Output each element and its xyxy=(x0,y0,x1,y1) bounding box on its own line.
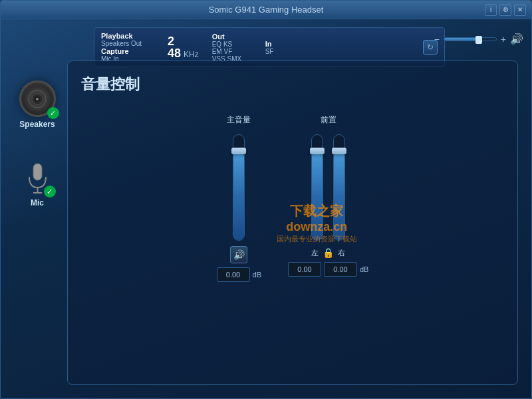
sidebar: Speakers ✓ Mic ✓ xyxy=(7,61,67,207)
volume-slider-fill xyxy=(444,38,478,41)
title-bar-buttons: i ⚙ ✕ xyxy=(485,4,526,16)
main-slider-inner xyxy=(233,134,245,241)
left-volume-slider[interactable] xyxy=(311,134,323,241)
out-items-row1: EQ KS xyxy=(212,41,252,48)
main-slider-bottom: 🔊 0.00 dB xyxy=(217,246,261,282)
volume-slider-thumb[interactable] xyxy=(475,36,482,44)
front-db-unit: dB xyxy=(360,265,368,273)
main-window: Somic G941 Gaming Headset i ⚙ ✕ Playback… xyxy=(0,0,532,399)
close-button[interactable]: ✕ xyxy=(514,4,526,16)
info-labels: Playback Speakers Out Capture Mic In xyxy=(101,32,154,63)
left-db-value[interactable]: 0.00 xyxy=(288,262,321,277)
info-out: Out EQ KS EM VF VSS SMX xyxy=(212,33,252,63)
mic-label: Mic xyxy=(31,198,44,207)
svg-rect-4 xyxy=(33,164,42,180)
volume-increase-button[interactable]: + xyxy=(501,34,506,45)
front-slider-bottom: 左 🔒 右 0.00 0.00 dB xyxy=(288,246,368,277)
right-volume-slider[interactable] xyxy=(333,134,345,241)
volume-slider-track[interactable] xyxy=(444,37,497,41)
main-db-unit: dB xyxy=(253,271,261,279)
main-volume-thumb[interactable] xyxy=(231,148,246,154)
front-volume-group: 前置 xyxy=(288,114,368,277)
title-bar: Somic G941 Gaming Headset i ⚙ ✕ xyxy=(1,1,531,19)
right-db-value[interactable]: 0.00 xyxy=(324,262,357,277)
front-slider-inner xyxy=(311,134,345,241)
left-volume-fill xyxy=(312,151,323,240)
sidebar-item-speakers[interactable]: Speakers ✓ xyxy=(19,80,56,129)
right-label: 右 xyxy=(338,248,345,258)
info-button[interactable]: i xyxy=(485,4,497,16)
capture-label: Capture xyxy=(101,47,154,55)
out-label: Out xyxy=(212,33,252,41)
lr-values-row: 0.00 0.00 dB xyxy=(288,262,368,277)
left-slider-wrapper xyxy=(311,134,323,241)
settings-button[interactable]: ⚙ xyxy=(499,4,511,16)
volume-icon: 🔊 xyxy=(510,33,523,45)
playback-label: Playback xyxy=(101,32,154,40)
frequency-unit: KHz xyxy=(184,50,199,59)
right-volume-thumb[interactable] xyxy=(332,148,346,154)
main-content: 音量控制 下载之家 downza.cn 国内最专业的资源下载站 主音量 xyxy=(67,61,518,385)
info-in: In SF xyxy=(265,40,292,55)
main-volume-fill xyxy=(233,151,244,240)
front-volume-label: 前置 xyxy=(321,114,336,126)
speakers-out-label: Speakers Out xyxy=(101,40,154,47)
out-items-row2: EM VF xyxy=(212,48,252,55)
info-frequency: 2 48 KHz xyxy=(168,35,199,59)
volume-decrease-button[interactable]: − xyxy=(434,34,440,45)
mic-check-badge: ✓ xyxy=(44,186,56,198)
left-label: 左 xyxy=(311,248,319,258)
in-label: In xyxy=(265,40,292,48)
in-items: SF xyxy=(265,48,292,55)
lr-labels-row: 左 🔒 右 xyxy=(311,247,345,258)
right-volume-fill xyxy=(334,151,344,240)
lock-icon[interactable]: 🔒 xyxy=(323,247,334,258)
sliders-area: 主音量 🔊 0.00 dB xyxy=(81,114,504,282)
main-slider-wrapper xyxy=(233,134,245,241)
frequency-value: 48 xyxy=(168,47,181,59)
speakers-label: Speakers xyxy=(19,120,55,129)
main-volume-icon: 🔊 xyxy=(230,246,247,263)
main-volume-slider[interactable] xyxy=(233,134,245,241)
speakers-check-badge: ✓ xyxy=(47,107,59,119)
left-volume-thumb[interactable] xyxy=(310,148,325,154)
svg-point-3 xyxy=(36,98,39,100)
main-db-value[interactable]: 0.00 xyxy=(217,267,250,282)
channel-count: 2 xyxy=(168,35,174,47)
section-title: 音量控制 xyxy=(81,74,504,94)
main-volume-group: 主音量 🔊 0.00 dB xyxy=(217,114,261,282)
right-slider-wrapper xyxy=(333,134,345,241)
volume-bar-area: − + 🔊 xyxy=(434,33,523,45)
sidebar-item-mic[interactable]: Mic ✓ xyxy=(23,162,53,207)
main-volume-label: 主音量 xyxy=(227,114,251,126)
window-title: Somic G941 Gaming Headset xyxy=(209,5,324,15)
